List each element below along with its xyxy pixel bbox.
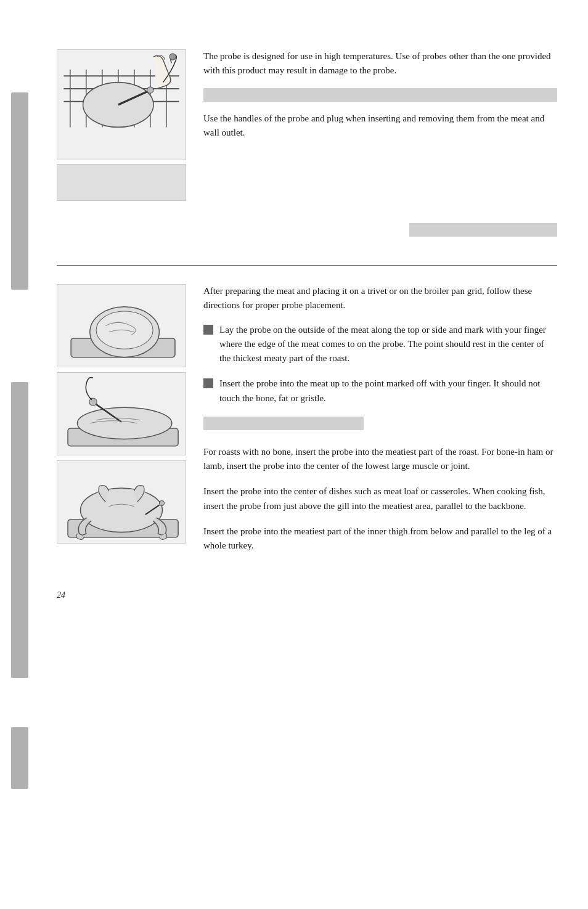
svg-point-12 [147, 87, 153, 93]
body-paragraph-3: Insert the probe into the meatiest part … [203, 524, 557, 553]
gray-bar-bottom [203, 417, 364, 430]
intro-paragraph: After preparing the meat and placing it … [203, 284, 557, 313]
page-number: 24 [57, 589, 557, 601]
section-divider [57, 265, 557, 266]
gray-separator-1 [203, 88, 557, 102]
page-wrapper: The probe is designed for use in high te… [0, 0, 588, 909]
svg-point-20 [89, 398, 97, 406]
roast-illustration [57, 284, 186, 367]
roast-svg [57, 285, 186, 367]
instruction-text-1: Use the handles of the probe and plug wh… [203, 112, 557, 141]
bottom-text-block: After preparing the meat and placing it … [203, 284, 557, 564]
bottom-image-block [57, 284, 186, 564]
turkey-illustration [57, 460, 186, 544]
bullet-text-2: Insert the probe into the meat up to the… [219, 377, 557, 406]
top-section: The probe is designed for use in high te… [57, 25, 557, 201]
sidebar-bar-2 [11, 382, 28, 678]
body-paragraph-1: For roasts with no bone, insert the prob… [203, 445, 557, 474]
bullet-item-2: Insert the probe into the meat up to the… [203, 377, 557, 406]
svg-point-13 [169, 54, 176, 60]
bullet-marker-1 [203, 325, 213, 335]
top-image-block [57, 49, 186, 201]
probe-fish-svg [57, 373, 186, 455]
probe-illustration [57, 49, 186, 160]
turkey-svg [57, 461, 186, 543]
sidebar [0, 0, 44, 909]
svg-point-22 [81, 488, 163, 532]
illustration-lower [57, 164, 186, 201]
body-paragraph-2: Insert the probe into the center of dish… [203, 484, 557, 513]
bottom-section: After preparing the meat and placing it … [57, 284, 557, 564]
bullet-marker-2 [203, 378, 213, 388]
probe-illustration-svg [57, 50, 186, 160]
body-paragraphs: For roasts with no bone, insert the prob… [203, 445, 557, 553]
warning-text-1: The probe is designed for use in high te… [203, 49, 557, 78]
main-content: The probe is designed for use in high te… [44, 0, 588, 909]
probe-fish-illustration [57, 372, 186, 455]
top-text-block: The probe is designed for use in high te… [203, 49, 557, 201]
svg-point-24 [159, 500, 164, 505]
svg-point-18 [77, 407, 171, 439]
bullet-text-1: Lay the probe on the outside of the meat… [219, 323, 557, 366]
bullet-item-1: Lay the probe on the outside of the meat… [203, 323, 557, 366]
sidebar-bar-1 [11, 92, 28, 290]
gray-separator-2 [409, 223, 557, 237]
sidebar-bar-3 [11, 727, 28, 789]
